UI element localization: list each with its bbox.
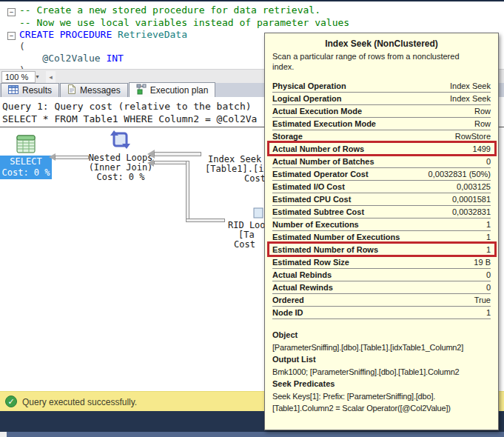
tooltip-row-label: Node ID <box>272 308 303 317</box>
tooltip-section-text: [ParameterSniffing].[dbo].[Table1].[idxT… <box>272 341 491 353</box>
tooltip-section-text: [Table1].Column2 = Scalar Operator([@Col… <box>272 402 491 414</box>
fold-collapse-icon[interactable]: − <box>7 5 19 17</box>
tooltip-row-label: Actual Execution Mode <box>272 107 362 116</box>
tooltip-row-value: 0,0032831 (50%) <box>429 170 491 179</box>
arrow-ridlookup-elbow-v <box>186 161 189 222</box>
tooltip-row-label: Actual Rewinds <box>272 283 333 292</box>
code-line: -- Now we use local variables instead of… <box>7 17 504 29</box>
tooltip-row: Actual Rewinds0 <box>272 281 491 294</box>
index-seek-node[interactable]: Index Seek <box>208 154 261 164</box>
tooltip-row: Estimated Subtree Cost0,0032831 <box>272 206 491 218</box>
select-node[interactable]: SELECT Cost: 0 % <box>0 156 52 179</box>
tooltip-title: Index Seek (NonClustered) <box>272 39 491 49</box>
tooltip-row-value: 0 <box>486 283 491 292</box>
arrow-ridlookup-elbow-h1 <box>154 161 188 164</box>
tooltip-row-label: Logical Operation <box>272 94 342 103</box>
tooltip-section-text: Bmk1000; [ParameterSniffing].[dbo].[Tabl… <box>272 366 491 378</box>
tab-label: Messages <box>80 85 121 96</box>
tooltip-row: Physical OperationIndex Seek <box>272 80 491 93</box>
tooltip-row-value: 19 B <box>474 258 491 267</box>
tooltip-section-text: Seek Keys[1]: Prefix: [ParameterSniffing… <box>272 390 491 402</box>
tab-messages[interactable]: Messages <box>60 83 128 97</box>
select-result-icon[interactable] <box>16 134 36 157</box>
tooltip-row: Actual Number of Batches0 <box>272 156 491 168</box>
tooltip-row: Estimated CPU Cost0,0001581 <box>272 193 491 206</box>
tooltip-row: Estimated I/O Cost0,003125 <box>272 181 491 193</box>
tooltip-sections: Object[ParameterSniffing].[dbo].[Table1]… <box>272 329 491 414</box>
rid-lookup-object: [Ta <box>238 230 255 240</box>
tooltip-row-value: Index Seek <box>450 94 491 103</box>
tooltip-row-label: Actual Number of Rows <box>272 144 364 153</box>
tooltip-row-value: 1 <box>486 220 491 229</box>
operator-tooltip: Index Seek (NonClustered) Scan a particu… <box>264 33 499 430</box>
tooltip-row: Logical OperationIndex Seek <box>272 93 491 105</box>
tooltip-row-value: Index Seek <box>450 81 491 90</box>
tooltip-row-value: 1 <box>486 308 491 317</box>
rid-lookup-cost: Cost <box>234 239 255 250</box>
tooltip-row-label: Actual Rebinds <box>272 270 332 279</box>
zoom-level-select[interactable]: 100 % <box>1 71 36 83</box>
rid-lookup-node[interactable]: RID Loo <box>228 220 266 230</box>
tab-label: Results <box>22 85 52 96</box>
chevron-down-icon[interactable]: ▾ <box>33 71 42 83</box>
tooltip-row-label: Number of Executions <box>272 220 359 229</box>
tooltip-row-value: True <box>474 296 491 304</box>
tooltip-row: Actual Execution ModeRow <box>272 105 491 118</box>
window-bottom-strip <box>0 432 504 437</box>
tooltip-row: Number of Executions1 <box>272 218 491 231</box>
results-grid-icon <box>8 85 19 96</box>
tooltip-row-label: Physical Operation <box>272 81 346 90</box>
tooltip-row-label: Estimated Operator Cost <box>272 170 369 179</box>
tooltip-row-value: 1 <box>486 245 491 254</box>
tab-label: Execution plan <box>150 85 209 96</box>
tooltip-row-label: Estimated Subtree Cost <box>272 207 364 216</box>
tooltip-row-label: Storage <box>272 132 303 141</box>
tooltip-section-header: Seek Predicates <box>272 378 491 390</box>
tooltip-row-highlighted: Actual Number of Rows1499 <box>272 143 491 156</box>
rid-lookup-icon <box>253 207 263 221</box>
arrow-ridlookup-elbow-h2 <box>186 218 225 222</box>
tooltip-row-label: Estimated I/O Cost <box>272 182 345 191</box>
ssms-window: −-- Create a new stored procedure for da… <box>0 0 504 437</box>
scroll-left-arrow-icon[interactable]: ◂ <box>46 71 56 83</box>
tooltip-row-label: Ordered <box>272 296 304 304</box>
code-line: −-- Create a new stored procedure for da… <box>7 4 504 17</box>
tooltip-row-label: Actual Number of Batches <box>272 157 374 166</box>
tooltip-row-value: 0 <box>486 270 491 279</box>
tooltip-section-header: Output List <box>272 353 491 366</box>
tab-results[interactable]: Results <box>1 83 59 97</box>
query-cost-header: Query 1: Query cost (relative to the bat… <box>2 101 252 112</box>
tooltip-row-value: 0,0032831 <box>452 207 491 216</box>
query-statement-text: SELECT * FROM Table1 WHERE Column2 = @Co… <box>2 113 257 124</box>
arrow-head-icon <box>147 159 154 167</box>
tooltip-row-highlighted: Estimated Number of Rows1 <box>272 244 491 256</box>
success-check-icon: ✓ <box>5 396 17 407</box>
tooltip-row: OrderedTrue <box>272 294 491 307</box>
status-message: Query executed successfully. <box>22 397 137 407</box>
tooltip-row: Estimated Operator Cost0,0032831 (50%) <box>272 168 491 181</box>
select-node-cost: Cost: 0 % <box>0 167 52 179</box>
tooltip-row-value: 1 <box>486 233 491 241</box>
nested-loops-icon[interactable] <box>110 130 130 153</box>
tooltip-description: Scan a particular range of rows from a n… <box>272 51 465 72</box>
nested-loops-cost: Cost: 0 % <box>78 173 164 182</box>
tooltip-row: Node ID1 <box>272 307 491 319</box>
tab-execution-plan[interactable]: + Execution plan <box>129 82 216 97</box>
tooltip-row: Actual Rebinds0 <box>272 269 491 281</box>
arrow-indexseek-to-nestedloops <box>154 152 201 156</box>
fold-collapse-icon[interactable]: − <box>7 29 19 41</box>
messages-icon <box>67 84 76 96</box>
svg-text:+: + <box>141 84 144 88</box>
tooltip-row-label: Estimated Execution Mode <box>272 119 376 128</box>
tooltip-row-value: Row <box>474 107 491 116</box>
index-seek-cost: Cost <box>244 173 266 184</box>
tooltip-row-label: Estimated Row Size <box>272 258 349 267</box>
execution-plan-icon: + <box>136 84 147 97</box>
tooltip-row-value: 0,0001581 <box>452 195 491 204</box>
tooltip-section-header: Object <box>272 329 491 341</box>
tooltip-row: Estimated Number of Executions1 <box>272 231 491 244</box>
select-node-label: SELECT <box>0 156 52 167</box>
tooltip-row-label: Estimated Number of Executions <box>272 233 400 241</box>
tooltip-row-value: 1499 <box>473 144 491 153</box>
resize-corner <box>0 432 7 437</box>
